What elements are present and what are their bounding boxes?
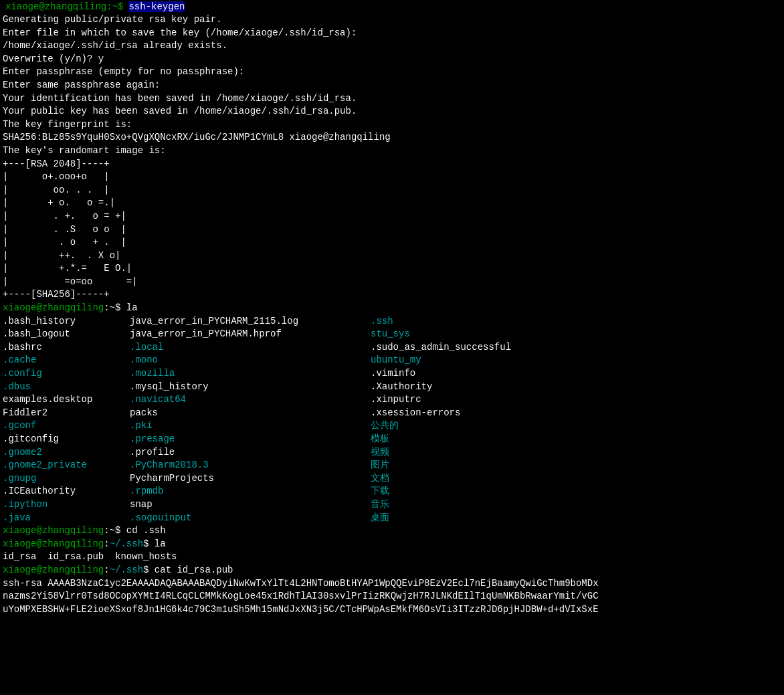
file-pki: .pki — [130, 419, 371, 433]
file-java-hprof: java_error_in_PYCHARM.hprof — [130, 328, 371, 341]
title-command: ssh-keygen — [128, 1, 185, 12]
file-gnupg: .gnupg — [3, 472, 130, 486]
randomart-top: +---[RSA 2048]----+ — [0, 158, 784, 171]
file-java: .java — [3, 512, 130, 525]
file-sogouinput: .sogouinput — [130, 512, 371, 525]
file-packs: packs — [130, 407, 371, 420]
file-mono: .mono — [130, 354, 371, 367]
pubkey-line3: uYoMPXEBSHW+FLE2ioeXSxof8Jn1HG6k4c79C3m1… — [0, 603, 784, 617]
file-iceauthority: .ICEauthority — [3, 485, 130, 498]
file-gconf: .gconf — [3, 419, 130, 433]
output-line-10: SHA256:BLz85s9YquH0Sxo+QVgXQNcxRX/iuGc/2… — [0, 131, 784, 144]
randomart-3: | + o. o =.| — [0, 197, 784, 210]
randomart-bottom: +----[SHA256]-----+ — [0, 288, 784, 302]
file-pycharm-projects: PycharmProjects — [130, 472, 371, 486]
file-ipython: .ipython — [3, 498, 130, 512]
ssh-files-list: id_rsa id_rsa.pub known_hosts — [0, 551, 784, 564]
file-bash-history: .bash_history — [3, 315, 130, 328]
file-gitconfig: .gitconfig — [3, 433, 130, 446]
file-videos: 视频 — [371, 446, 781, 460]
output-line-1: Generating public/private rsa key pair. — [0, 13, 784, 27]
output-line-2: Enter file in which to save the key (/ho… — [0, 27, 784, 40]
randomart-5: | . .S o o | — [0, 223, 784, 237]
file-gnome2-private: .gnome2_private — [3, 459, 130, 472]
file-examples-desktop: examples.desktop — [3, 393, 130, 407]
file-listing: .bash_history java_error_in_PYCHARM_2115… — [0, 315, 784, 525]
file-cache: .cache — [3, 354, 130, 367]
file-ssh: .ssh — [371, 315, 781, 328]
output-line-11: The key's randomart image is: — [0, 144, 784, 158]
output-line-7: Your identification has been saved in /h… — [0, 92, 784, 106]
output-line-8: Your public key has been saved in /home/… — [0, 105, 784, 118]
file-xinputrc: .xinputrc — [371, 393, 781, 407]
file-templates: 模板 — [371, 433, 781, 446]
file-snap: snap — [130, 498, 371, 512]
file-stu-sys: stu_sys — [371, 328, 781, 341]
randomart-2: | oo. . . | — [0, 184, 784, 197]
file-bashrc: .bashrc — [3, 341, 130, 355]
randomart-9: | =o=oo =| — [0, 276, 784, 289]
file-dbus: .dbus — [3, 381, 130, 394]
file-downloads: 下载 — [371, 485, 781, 498]
output-line-3: /home/xiaoge/.ssh/id_rsa already exists. — [0, 39, 784, 53]
file-xsession-errors: .xsession-errors — [371, 407, 781, 420]
file-sudo: .sudo_as_admin_successful — [371, 341, 781, 355]
randomart-8: | +.*.= E O.| — [0, 262, 784, 276]
file-mozilla: .mozilla — [130, 367, 371, 381]
terminal: xiaoge@zhangqiling:~$ ssh-keygen Generat… — [0, 0, 784, 695]
output-line-5: Enter passphrase (empty for no passphras… — [0, 66, 784, 79]
randomart-1: | o+.ooo+o | — [0, 171, 784, 184]
file-gnome2: .gnome2 — [3, 446, 130, 460]
file-pycharm2018: .PyCharm2018.3 — [130, 459, 371, 472]
cd-ssh-prompt: xiaoge@zhangqiling:~$ cd .ssh — [0, 524, 784, 538]
title-prompt: xiaoge@zhangqiling:~$ — [5, 1, 123, 12]
pubkey-line1: ssh-rsa AAAAB3NzaC1yc2EAAAADAQABAAABAQDy… — [0, 577, 784, 591]
file-navicat64: .navicat64 — [130, 393, 371, 407]
file-mysql-history: .mysql_history — [130, 381, 371, 394]
output-line-9: The key fingerprint is: — [0, 118, 784, 132]
randomart-4: | . +. o = +| — [0, 210, 784, 223]
file-fiddler2: Fiddler2 — [3, 407, 130, 420]
la-prompt: xiaoge@zhangqiling:~$ la — [0, 302, 784, 315]
title-bar: xiaoge@zhangqiling:~$ ssh-keygen — [0, 0, 784, 13]
file-music: 音乐 — [371, 498, 781, 512]
randomart-7: | ++. . X o| — [0, 250, 784, 263]
pubkey-line2: nazms2Yi58Vlrr0Tsd8OCopXYMtI4RLCqCLCMMkK… — [0, 590, 784, 603]
file-public: 公共的 — [371, 419, 781, 433]
file-documents: 文档 — [371, 472, 781, 486]
file-rpmdb: .rpmdb — [130, 485, 371, 498]
output-line-4: Overwrite (y/n)? y — [0, 53, 784, 66]
file-desktop: 桌面 — [371, 512, 781, 525]
cat-prompt: xiaoge@zhangqiling:~/.ssh$ cat id_rsa.pu… — [0, 564, 784, 577]
la-ssh-prompt: xiaoge@zhangqiling:~/.ssh$ la — [0, 538, 784, 551]
randomart-6: | . o + . | — [0, 236, 784, 250]
file-presage: .presage — [130, 433, 371, 446]
file-viminfo: .viminfo — [371, 367, 781, 381]
file-xauthority: .Xauthority — [371, 381, 781, 394]
file-ubuntu-my: ubuntu_my — [371, 354, 781, 367]
output-line-6: Enter same passphrase again: — [0, 79, 784, 92]
file-java-log: java_error_in_PYCHARM_2115.log — [130, 315, 371, 328]
file-bash-logout: .bash_logout — [3, 328, 130, 341]
file-config: .config — [3, 367, 130, 381]
file-pictures: 图片 — [371, 459, 781, 472]
file-profile: .profile — [130, 446, 371, 460]
file-local: .local — [130, 341, 371, 355]
